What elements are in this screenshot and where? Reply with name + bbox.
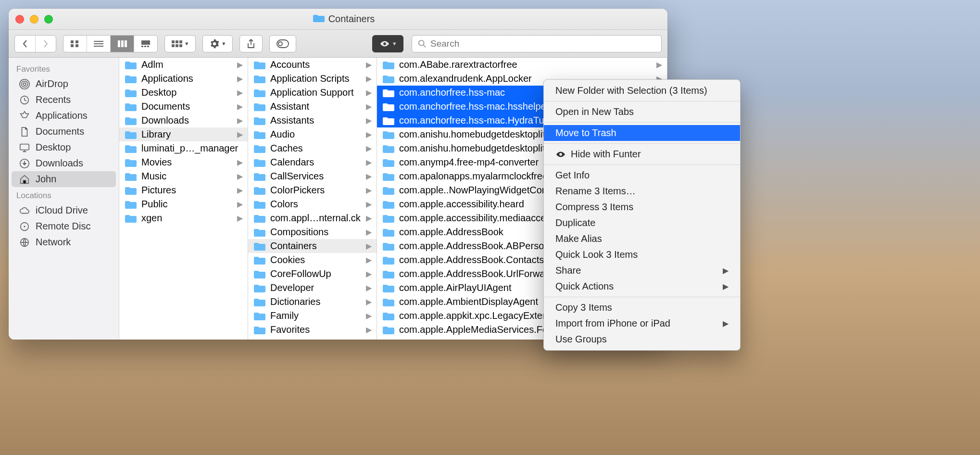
file-row[interactable]: Favorites▶ bbox=[248, 323, 377, 337]
sidebar-item-applications[interactable]: Applications bbox=[12, 108, 116, 124]
file-name: Developer bbox=[270, 282, 361, 293]
sidebar-item-network[interactable]: Network bbox=[12, 234, 116, 250]
chevron-right-icon: ▶ bbox=[366, 325, 372, 334]
sidebar-item-downloads[interactable]: Downloads bbox=[12, 155, 116, 171]
menu-item-get-info[interactable]: Get Info bbox=[544, 167, 740, 183]
file-row[interactable]: Family▶ bbox=[248, 309, 377, 323]
menu-item-compress-3-items[interactable]: Compress 3 Items bbox=[544, 199, 740, 215]
file-row[interactable]: Movies▶ bbox=[119, 155, 248, 169]
menu-separator bbox=[544, 143, 740, 144]
forward-button[interactable] bbox=[35, 36, 56, 52]
sidebar-item-icloud-drive[interactable]: iCloud Drive bbox=[12, 202, 116, 218]
svg-rect-27 bbox=[20, 144, 29, 150]
sidebar-item-label: iCloud Drive bbox=[36, 205, 88, 216]
file-row[interactable]: com.ABabe.rarextractorfree▶ bbox=[377, 58, 667, 72]
file-row[interactable]: Application Support▶ bbox=[248, 86, 377, 100]
action-button[interactable]: ▾ bbox=[202, 35, 233, 52]
file-row[interactable]: com.appl…nternal.ck▶ bbox=[248, 211, 377, 225]
zoom-button[interactable] bbox=[44, 15, 53, 24]
file-row[interactable]: Compositions▶ bbox=[248, 225, 377, 239]
file-name: Dictionaries bbox=[270, 296, 361, 307]
chevron-right-icon: ▶ bbox=[366, 297, 372, 306]
minimize-button[interactable] bbox=[30, 15, 38, 24]
menu-item-quick-actions[interactable]: Quick Actions▶ bbox=[544, 278, 740, 294]
gallery-view-button[interactable] bbox=[134, 36, 157, 52]
sidebar-item-desktop[interactable]: Desktop bbox=[12, 139, 116, 155]
sidebar-section-title: Favorites bbox=[9, 61, 119, 76]
file-row[interactable]: Adlm▶ bbox=[119, 58, 248, 72]
chevron-right-icon: ▶ bbox=[723, 266, 729, 275]
file-row[interactable]: CallServices▶ bbox=[248, 169, 377, 183]
share-button[interactable] bbox=[239, 35, 263, 52]
file-row[interactable]: Applications▶ bbox=[119, 72, 248, 86]
file-row[interactable]: Cookies▶ bbox=[248, 253, 377, 267]
menu-item-new-folder-with-selection-3-items[interactable]: New Folder with Selection (3 Items) bbox=[544, 83, 740, 99]
icon-view-button[interactable] bbox=[63, 36, 87, 52]
folder-icon bbox=[383, 241, 394, 251]
file-row[interactable]: xgen▶ bbox=[119, 211, 248, 225]
sidebar-item-documents[interactable]: Documents bbox=[12, 124, 116, 139]
folder-icon bbox=[254, 144, 265, 153]
file-row[interactable]: Downloads▶ bbox=[119, 114, 248, 127]
file-row[interactable]: Pictures▶ bbox=[119, 183, 248, 197]
file-row[interactable]: Public▶ bbox=[119, 197, 248, 211]
menu-item-quick-look-3-items[interactable]: Quick Look 3 Items bbox=[544, 247, 740, 263]
file-row[interactable]: luminati_p…_manager bbox=[119, 141, 248, 155]
file-row[interactable]: Containers▶ bbox=[248, 239, 377, 253]
menu-item-use-groups[interactable]: Use Groups bbox=[544, 331, 740, 347]
file-row[interactable]: Caches▶ bbox=[248, 141, 377, 155]
file-row[interactable]: Calendars▶ bbox=[248, 155, 377, 169]
menu-item-open-in-new-tabs[interactable]: Open in New Tabs bbox=[544, 104, 740, 120]
file-row[interactable]: Library▶ bbox=[119, 127, 248, 141]
folder-icon bbox=[125, 130, 137, 139]
list-view-button[interactable] bbox=[87, 36, 110, 52]
close-button[interactable] bbox=[15, 15, 24, 24]
search-input[interactable] bbox=[430, 38, 655, 49]
file-name: luminati_p…_manager bbox=[141, 143, 243, 154]
file-name: Pictures bbox=[141, 185, 232, 196]
menu-item-duplicate[interactable]: Duplicate bbox=[544, 215, 740, 231]
file-row[interactable]: Application Scripts▶ bbox=[248, 72, 377, 86]
file-name: Movies bbox=[141, 157, 232, 168]
menu-item-rename-3-items[interactable]: Rename 3 Items… bbox=[544, 183, 740, 199]
tags-button[interactable] bbox=[269, 35, 296, 52]
file-name: Accounts bbox=[270, 59, 361, 70]
sidebar-item-remote-disc[interactable]: Remote Disc bbox=[12, 218, 116, 234]
file-row[interactable]: Documents▶ bbox=[119, 100, 248, 114]
group-button[interactable]: ▾ bbox=[164, 35, 196, 52]
file-row[interactable]: Accounts▶ bbox=[248, 58, 377, 72]
svg-rect-2 bbox=[71, 44, 74, 47]
file-row[interactable]: CoreFollowUp▶ bbox=[248, 267, 377, 281]
file-row[interactable]: Dictionaries▶ bbox=[248, 295, 377, 309]
back-button[interactable] bbox=[15, 36, 35, 52]
menu-item-import-from-iphone-or-ipad[interactable]: Import from iPhone or iPad▶ bbox=[544, 316, 740, 331]
file-row[interactable]: Audio▶ bbox=[248, 127, 377, 141]
menu-item-make-alias[interactable]: Make Alias bbox=[544, 231, 740, 247]
file-row[interactable]: Desktop▶ bbox=[119, 86, 248, 100]
chevron-right-icon: ▶ bbox=[366, 60, 372, 69]
menu-item-share[interactable]: Share▶ bbox=[544, 263, 740, 278]
file-row[interactable]: Developer▶ bbox=[248, 281, 377, 295]
menu-item-hide-with-funter[interactable]: Hide with Funter bbox=[544, 146, 740, 162]
search-field[interactable] bbox=[412, 35, 662, 52]
menu-item-copy-3-items[interactable]: Copy 3 Items bbox=[544, 300, 740, 316]
sidebar-item-recents[interactable]: Recents bbox=[12, 92, 116, 108]
file-row[interactable]: Assistants▶ bbox=[248, 114, 377, 127]
sidebar-item-john[interactable]: John bbox=[12, 171, 116, 187]
file-name: Audio bbox=[270, 129, 361, 140]
file-name: Assistant bbox=[270, 101, 361, 112]
column-view-button[interactable] bbox=[110, 36, 134, 52]
file-row[interactable]: Assistant▶ bbox=[248, 100, 377, 114]
folder-icon bbox=[125, 60, 137, 70]
sidebar-item-airdrop[interactable]: AirDrop bbox=[12, 76, 116, 92]
file-row[interactable]: Colors▶ bbox=[248, 197, 377, 211]
title-folder-icon bbox=[313, 13, 325, 25]
file-row[interactable]: Music▶ bbox=[119, 169, 248, 183]
file-row[interactable]: ColorPickers▶ bbox=[248, 183, 377, 197]
privacy-button[interactable]: ▾ bbox=[372, 35, 403, 52]
folder-icon bbox=[383, 144, 394, 153]
menu-item-move-to-trash[interactable]: Move to Trash bbox=[544, 125, 740, 141]
file-row[interactable]: FileProvider▶ bbox=[248, 337, 377, 340]
chevron-right-icon: ▶ bbox=[366, 200, 372, 209]
menu-item-label: Share bbox=[555, 265, 581, 276]
